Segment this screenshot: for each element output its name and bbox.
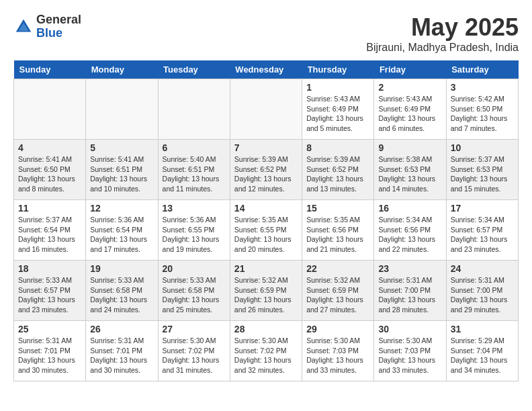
day-info: Sunrise: 5:33 AM Sunset: 6:57 PM Dayligh… [18,275,81,315]
calendar-cell: 3Sunrise: 5:42 AM Sunset: 6:50 PM Daylig… [446,79,518,140]
week-row-4: 18Sunrise: 5:33 AM Sunset: 6:57 PM Dayli… [14,261,519,321]
calendar-cell [86,79,158,140]
day-number: 10 [451,142,514,153]
day-info: Sunrise: 5:34 AM Sunset: 6:57 PM Dayligh… [451,215,514,255]
calendar-cell: 22Sunrise: 5:32 AM Sunset: 6:59 PM Dayli… [302,261,374,321]
day-info: Sunrise: 5:43 AM Sunset: 6:49 PM Dayligh… [306,94,369,134]
day-header-monday: Monday [86,60,158,79]
calendar-cell: 9Sunrise: 5:38 AM Sunset: 6:53 PM Daylig… [374,140,446,200]
month-title: May 2025 [366,13,519,42]
day-info: Sunrise: 5:30 AM Sunset: 7:02 PM Dayligh… [234,336,298,375]
day-number: 25 [18,324,81,334]
day-info: Sunrise: 5:42 AM Sunset: 6:50 PM Dayligh… [451,94,514,134]
day-info: Sunrise: 5:33 AM Sunset: 6:58 PM Dayligh… [163,275,226,315]
calendar-header-row: SundayMondayTuesdayWednesdayThursdayFrid… [14,60,519,79]
day-info: Sunrise: 5:41 AM Sunset: 6:51 PM Dayligh… [90,154,153,194]
day-info: Sunrise: 5:36 AM Sunset: 6:55 PM Dayligh… [163,215,226,255]
calendar-cell: 13Sunrise: 5:36 AM Sunset: 6:55 PM Dayli… [158,200,230,261]
day-info: Sunrise: 5:31 AM Sunset: 7:01 PM Dayligh… [90,336,153,375]
calendar-cell: 31Sunrise: 5:29 AM Sunset: 7:04 PM Dayli… [446,321,518,381]
calendar-cell: 21Sunrise: 5:32 AM Sunset: 6:59 PM Dayli… [230,261,302,321]
day-number: 18 [18,263,81,274]
day-number: 23 [378,263,441,274]
calendar-cell: 26Sunrise: 5:31 AM Sunset: 7:01 PM Dayli… [86,321,158,381]
calendar-table: SundayMondayTuesdayWednesdayThursdayFrid… [13,60,519,381]
day-info: Sunrise: 5:41 AM Sunset: 6:50 PM Dayligh… [18,154,81,194]
calendar-cell: 28Sunrise: 5:30 AM Sunset: 7:02 PM Dayli… [230,321,302,381]
day-number: 6 [163,142,226,153]
day-info: Sunrise: 5:35 AM Sunset: 6:56 PM Dayligh… [306,215,369,255]
day-info: Sunrise: 5:39 AM Sunset: 6:52 PM Dayligh… [234,154,298,194]
day-number: 9 [378,142,441,153]
location-text: Bijrauni, Madhya Pradesh, India [366,42,519,54]
week-row-3: 11Sunrise: 5:37 AM Sunset: 6:54 PM Dayli… [14,200,519,261]
day-number: 21 [234,263,298,274]
day-number: 4 [18,142,81,153]
day-header-friday: Friday [374,60,446,79]
calendar-cell: 6Sunrise: 5:40 AM Sunset: 6:51 PM Daylig… [158,140,230,200]
day-number: 14 [234,203,298,214]
calendar-cell: 25Sunrise: 5:31 AM Sunset: 7:01 PM Dayli… [14,321,86,381]
calendar-cell [230,79,302,140]
day-number: 31 [451,324,514,334]
day-number: 30 [378,324,441,334]
day-header-tuesday: Tuesday [158,60,230,79]
calendar-cell: 14Sunrise: 5:35 AM Sunset: 6:55 PM Dayli… [230,200,302,261]
day-info: Sunrise: 5:33 AM Sunset: 6:58 PM Dayligh… [90,275,153,315]
calendar-cell [158,79,230,140]
day-number: 12 [90,203,153,214]
day-header-sunday: Sunday [14,60,86,79]
day-info: Sunrise: 5:30 AM Sunset: 7:03 PM Dayligh… [378,336,441,375]
calendar-cell: 1Sunrise: 5:43 AM Sunset: 6:49 PM Daylig… [302,79,374,140]
page-header: General Blue May 2025 Bijrauni, Madhya P… [13,13,519,54]
calendar-cell: 19Sunrise: 5:33 AM Sunset: 6:58 PM Dayli… [86,261,158,321]
calendar-cell: 4Sunrise: 5:41 AM Sunset: 6:50 PM Daylig… [14,140,86,200]
calendar-cell: 2Sunrise: 5:43 AM Sunset: 6:49 PM Daylig… [374,79,446,140]
calendar-cell: 7Sunrise: 5:39 AM Sunset: 6:52 PM Daylig… [230,140,302,200]
day-number: 26 [90,324,153,334]
day-info: Sunrise: 5:30 AM Sunset: 7:02 PM Dayligh… [163,336,226,375]
day-info: Sunrise: 5:43 AM Sunset: 6:49 PM Dayligh… [378,94,441,134]
day-number: 3 [451,82,514,93]
logo-general-text: General [36,13,81,27]
week-row-5: 25Sunrise: 5:31 AM Sunset: 7:01 PM Dayli… [14,321,519,381]
calendar-cell: 11Sunrise: 5:37 AM Sunset: 6:54 PM Dayli… [14,200,86,261]
calendar-cell: 10Sunrise: 5:37 AM Sunset: 6:53 PM Dayli… [446,140,518,200]
calendar-cell: 17Sunrise: 5:34 AM Sunset: 6:57 PM Dayli… [446,200,518,261]
day-number: 5 [90,142,153,153]
day-info: Sunrise: 5:37 AM Sunset: 6:53 PM Dayligh… [451,154,514,194]
day-number: 13 [163,203,226,214]
logo-blue-text: Blue [36,27,81,40]
calendar-cell: 30Sunrise: 5:30 AM Sunset: 7:03 PM Dayli… [374,321,446,381]
calendar-cell: 29Sunrise: 5:30 AM Sunset: 7:03 PM Dayli… [302,321,374,381]
day-number: 19 [90,263,153,274]
day-number: 7 [234,142,298,153]
day-number: 28 [234,324,298,334]
day-info: Sunrise: 5:39 AM Sunset: 6:52 PM Dayligh… [306,154,369,194]
day-info: Sunrise: 5:30 AM Sunset: 7:03 PM Dayligh… [306,336,369,375]
calendar-cell: 24Sunrise: 5:31 AM Sunset: 7:00 PM Dayli… [446,261,518,321]
calendar-cell: 20Sunrise: 5:33 AM Sunset: 6:58 PM Dayli… [158,261,230,321]
day-number: 11 [18,203,81,214]
day-number: 16 [378,203,441,214]
week-row-1: 1Sunrise: 5:43 AM Sunset: 6:49 PM Daylig… [14,79,519,140]
day-header-wednesday: Wednesday [230,60,302,79]
day-info: Sunrise: 5:34 AM Sunset: 6:56 PM Dayligh… [378,215,441,255]
day-number: 17 [451,203,514,214]
calendar-cell: 23Sunrise: 5:31 AM Sunset: 7:00 PM Dayli… [374,261,446,321]
day-number: 29 [306,324,369,334]
day-info: Sunrise: 5:37 AM Sunset: 6:54 PM Dayligh… [18,215,81,255]
calendar-cell: 12Sunrise: 5:36 AM Sunset: 6:54 PM Dayli… [86,200,158,261]
day-number: 1 [306,82,369,93]
calendar-cell [14,79,86,140]
day-header-thursday: Thursday [302,60,374,79]
calendar-cell: 15Sunrise: 5:35 AM Sunset: 6:56 PM Dayli… [302,200,374,261]
calendar-cell: 16Sunrise: 5:34 AM Sunset: 6:56 PM Dayli… [374,200,446,261]
day-number: 8 [306,142,369,153]
logo: General Blue [13,13,81,40]
day-number: 27 [163,324,226,334]
calendar-cell: 8Sunrise: 5:39 AM Sunset: 6:52 PM Daylig… [302,140,374,200]
day-info: Sunrise: 5:31 AM Sunset: 7:01 PM Dayligh… [18,336,81,375]
day-number: 22 [306,263,369,274]
day-info: Sunrise: 5:32 AM Sunset: 6:59 PM Dayligh… [234,275,298,315]
